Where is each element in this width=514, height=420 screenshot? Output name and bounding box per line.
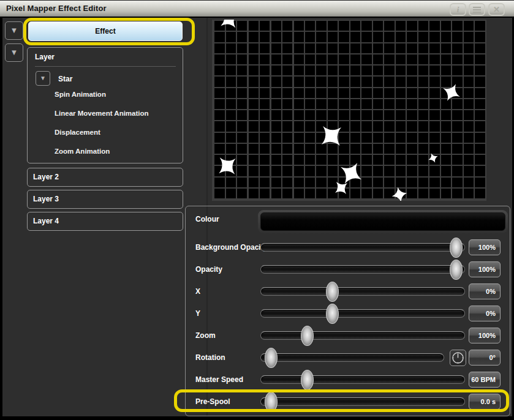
menu-icon	[473, 7, 481, 14]
slider-label: X	[195, 287, 200, 296]
window-menu-button[interactable]	[469, 3, 485, 16]
layer-button-4[interactable]: Layer 4	[27, 212, 183, 231]
chevron-down-icon: ▼	[10, 48, 18, 57]
slider-label: Zoom	[195, 331, 216, 340]
slider-value-rotation[interactable]: 0°	[469, 350, 501, 366]
effect-button[interactable]: Effect	[28, 21, 183, 41]
chevron-down-icon: ▼	[10, 26, 18, 35]
animation-item-linear-movement-animation[interactable]: Linear Movement Animation	[55, 110, 149, 117]
animation-item-displacement[interactable]: Displacement	[55, 129, 100, 136]
layer-panel-title: Layer	[35, 53, 55, 61]
slider-label: Opacity	[195, 265, 222, 274]
slider-thumb[interactable]	[265, 392, 278, 412]
star-shape-0	[221, 20, 237, 28]
effect-group-star-label[interactable]: Star	[58, 75, 72, 83]
slider-row-zoom: Zoom100%	[186, 324, 511, 347]
slider-track[interactable]	[260, 397, 465, 406]
slider-track[interactable]	[260, 309, 465, 318]
star-shape-4	[219, 157, 235, 174]
window-body: ▼ ▼ Effect Layer ▼ Star Spin AnimationLi…	[2, 18, 512, 416]
star-shape-5	[341, 163, 361, 184]
star-collapse-button[interactable]: ▼	[36, 71, 50, 86]
slider-value-y[interactable]: 0%	[469, 306, 501, 321]
separator	[35, 66, 176, 67]
info-button[interactable]: i	[450, 3, 466, 16]
slider-track[interactable]	[260, 265, 465, 274]
slider-value-x[interactable]: 0%	[469, 283, 501, 299]
effect-controls-panel: Colour Background Opacity100%Opacity100%…	[185, 206, 510, 416]
slider-track[interactable]	[260, 287, 465, 296]
slider-thumb[interactable]	[450, 260, 463, 280]
colour-label: Colour	[195, 215, 219, 223]
slider-row-y: Y0%	[186, 302, 511, 324]
slider-track[interactable]	[260, 353, 444, 362]
star-shape-2	[322, 126, 341, 146]
star-shape-7	[392, 187, 407, 201]
pixel-preview-grid[interactable]	[212, 20, 486, 201]
slider-thumb[interactable]	[301, 326, 314, 346]
layer-collapse-button[interactable]: ▼	[5, 43, 23, 62]
slider-thumb[interactable]	[326, 282, 339, 302]
layer-1-panel[interactable]: Layer ▼ Star Spin AnimationLinear Moveme…	[27, 47, 183, 163]
slider-label: Background Opacity	[195, 243, 267, 252]
animation-item-spin-animation[interactable]: Spin Animation	[55, 91, 106, 98]
animation-item-zoom-animation[interactable]: Zoom Animation	[55, 148, 110, 155]
colour-picker[interactable]	[258, 210, 508, 233]
slider-value-pre-spool[interactable]: 0.0 s	[469, 394, 501, 410]
slider-track[interactable]	[260, 243, 465, 252]
chevron-down-icon: ▼	[40, 75, 46, 81]
slider-row-rotation: Rotation0°	[186, 347, 511, 369]
slider-row-master-speed: Master Speed60 BPM	[186, 369, 511, 391]
pixel-mapper-effect-editor-window: Pixel Mapper Effect Editor i ✕ ▼ ▼ Effec…	[0, 0, 514, 420]
slider-value-opacity[interactable]: 100%	[469, 261, 501, 277]
slider-label: Pre-Spool	[195, 397, 230, 406]
slider-label: Master Speed	[195, 375, 243, 384]
close-icon: ✕	[493, 5, 500, 14]
close-button[interactable]: ✕	[488, 3, 505, 16]
slider-label: Y	[195, 309, 200, 318]
window-title: Pixel Mapper Effect Editor	[6, 4, 107, 13]
colour-swatch[interactable]	[260, 212, 505, 231]
slider-value-background-opacity[interactable]: 100%	[469, 239, 501, 255]
info-icon: i	[457, 5, 459, 14]
slider-row-opacity: Opacity100%	[186, 258, 511, 280]
star-shape-6	[335, 182, 347, 194]
layer-button-2[interactable]: Layer 2	[27, 168, 183, 187]
title-bar: Pixel Mapper Effect Editor i ✕	[0, 0, 514, 17]
slider-thumb[interactable]	[326, 304, 339, 324]
clock-icon	[450, 350, 466, 366]
star-shape-3	[428, 153, 438, 163]
slider-row-x: X0%	[186, 280, 511, 302]
slider-thumb[interactable]	[301, 370, 314, 390]
layer-button-3[interactable]: Layer 3	[27, 190, 183, 209]
star-effect-preview	[212, 20, 486, 201]
slider-track[interactable]	[260, 375, 465, 384]
slider-thumb[interactable]	[265, 348, 278, 368]
slider-thumb[interactable]	[450, 238, 463, 258]
slider-value-zoom[interactable]: 100%	[469, 328, 501, 343]
star-shape-1	[443, 84, 460, 101]
rotation-clock-button[interactable]	[450, 350, 466, 366]
slider-label: Rotation	[195, 353, 225, 362]
effect-collapse-button[interactable]: ▼	[5, 21, 23, 40]
slider-value-master-speed[interactable]: 60 BPM	[469, 372, 501, 388]
slider-track[interactable]	[260, 331, 465, 340]
slider-row-pre-spool: Pre-Spool0.0 s	[186, 391, 511, 413]
slider-row-background-opacity: Background Opacity100%	[186, 236, 511, 258]
